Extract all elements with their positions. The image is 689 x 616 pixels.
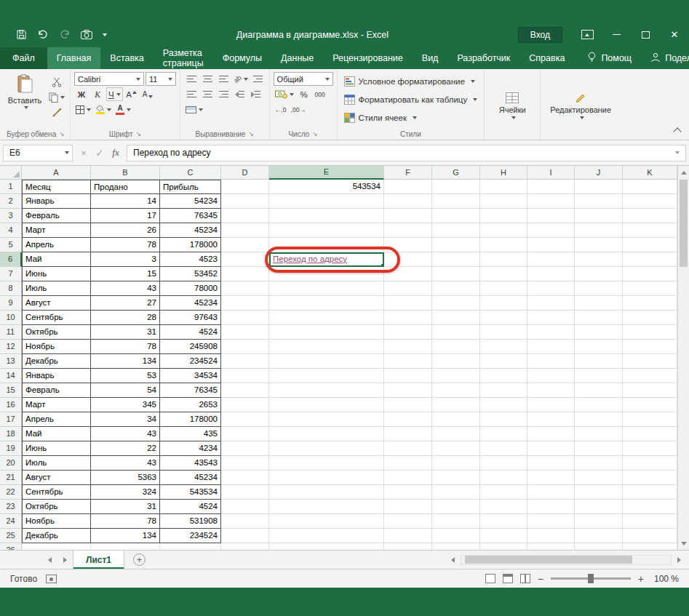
cell-I10[interactable] [527,311,575,325]
cell-J26[interactable] [575,543,623,550]
cell-E22[interactable] [269,485,384,500]
cell-F4[interactable] [384,223,432,238]
borders-button[interactable] [74,103,92,116]
tab-Разработчик[interactable]: Разработчик [447,47,519,69]
cell-A18[interactable]: Май [22,427,91,441]
redo-icon[interactable] [59,30,71,39]
hyperlink-cell-text[interactable]: Переход по адресу [273,255,347,263]
cell-G5[interactable] [432,238,480,252]
cell-K13[interactable] [623,354,677,369]
row-header-22[interactable]: 22 [0,485,22,500]
cell-G24[interactable] [432,514,480,529]
cell-K11[interactable] [623,325,677,340]
cell-F5[interactable] [384,238,432,252]
cell-K17[interactable] [623,412,677,427]
normal-view-icon[interactable] [485,574,495,583]
cell-E19[interactable] [269,441,384,456]
cell-B22[interactable]: 324 [91,485,160,500]
number-format-combo[interactable]: Общий [274,72,333,86]
cell-H19[interactable] [480,441,527,456]
cell-J24[interactable] [575,514,623,529]
cell-G22[interactable] [432,485,480,500]
cell-G17[interactable] [432,412,480,427]
cell-C9[interactable]: 45234 [160,296,221,311]
cell-I26[interactable] [527,543,575,550]
cell-B18[interactable]: 43 [91,427,160,441]
cell-A21[interactable]: Август [22,471,91,485]
cell-C1[interactable]: Прибыль [160,180,221,194]
column-header-C[interactable]: C [160,166,221,180]
cell-F14[interactable] [384,369,432,383]
cell-I22[interactable] [527,485,575,500]
vertical-scrollbar[interactable] [677,166,689,550]
hscroll-left-icon[interactable] [445,557,461,563]
cell-H11[interactable] [480,325,527,340]
cell-B3[interactable]: 17 [91,209,160,223]
minimize-button[interactable] [602,22,631,47]
row-header-21[interactable]: 21 [0,471,22,485]
column-header-I[interactable]: I [527,166,575,180]
cell-J14[interactable] [575,369,623,383]
row-header-8[interactable]: 8 [0,281,22,296]
camera-icon[interactable] [81,30,92,39]
cell-D16[interactable] [221,398,269,412]
fill-color-button[interactable] [94,103,113,116]
qat-customize-icon[interactable] [103,33,107,36]
column-header-B[interactable]: B [91,166,160,180]
zoom-slider[interactable] [551,577,631,580]
cell-K7[interactable] [623,267,677,281]
cell-D3[interactable] [221,209,269,223]
cell-A23[interactable]: Октябрь [22,500,91,514]
cell-F13[interactable] [384,354,432,369]
cell-C4[interactable]: 45234 [160,223,221,238]
cell-C10[interactable]: 97643 [160,311,221,325]
expand-formula-bar-icon[interactable] [675,151,680,154]
cell-E25[interactable] [269,529,384,543]
vertical-scroll-thumb[interactable] [680,180,688,267]
cell-K1[interactable] [623,180,677,194]
cell-F3[interactable] [384,209,432,223]
align-middle-button[interactable] [200,72,215,86]
cell-H26[interactable] [480,543,527,550]
cell-A24[interactable]: Ноябрь [22,514,91,529]
increase-font-size-button[interactable]: А [124,87,139,101]
cell-H2[interactable] [480,194,527,209]
maximize-button[interactable] [631,22,660,47]
cell-H22[interactable] [480,485,527,500]
cell-F2[interactable] [384,194,432,209]
cell-I14[interactable] [527,369,575,383]
cell-F6[interactable] [384,252,432,267]
cell-D1[interactable] [221,180,269,194]
format-painter-button[interactable] [47,105,66,119]
tab-Главная[interactable]: Главная [47,47,101,69]
cell-A16[interactable]: Март [22,398,91,412]
cell-F24[interactable] [384,514,432,529]
cell-J19[interactable] [575,441,623,456]
cell-C17[interactable]: 178000 [160,412,221,427]
cell-G23[interactable] [432,500,480,514]
row-header-26[interactable]: 26 [0,543,22,550]
cell-E12[interactable] [269,340,384,354]
tab-Рецензирование[interactable]: Рецензирование [323,47,413,69]
cell-B16[interactable]: 345 [91,398,160,412]
align-left-button[interactable] [184,87,199,101]
cell-G4[interactable] [432,223,480,238]
cell-G26[interactable] [432,543,480,550]
cell-J16[interactable] [575,398,623,412]
cell-E23[interactable] [269,500,384,514]
cell-K10[interactable] [623,311,677,325]
cell-D19[interactable] [221,441,269,456]
cell-D17[interactable] [221,412,269,427]
cell-I20[interactable] [527,456,575,471]
cell-I9[interactable] [527,296,575,311]
cell-F19[interactable] [384,441,432,456]
select-all-corner[interactable] [0,166,22,180]
row-header-11[interactable]: 11 [0,325,22,340]
cell-H13[interactable] [480,354,527,369]
copy-button[interactable] [47,90,66,104]
page-layout-view-icon[interactable] [503,574,513,583]
cell-E1[interactable]: 543534 [269,180,384,194]
column-header-E[interactable]: E [269,166,384,180]
cell-H14[interactable] [480,369,527,383]
merge-center-button[interactable] [184,103,204,116]
